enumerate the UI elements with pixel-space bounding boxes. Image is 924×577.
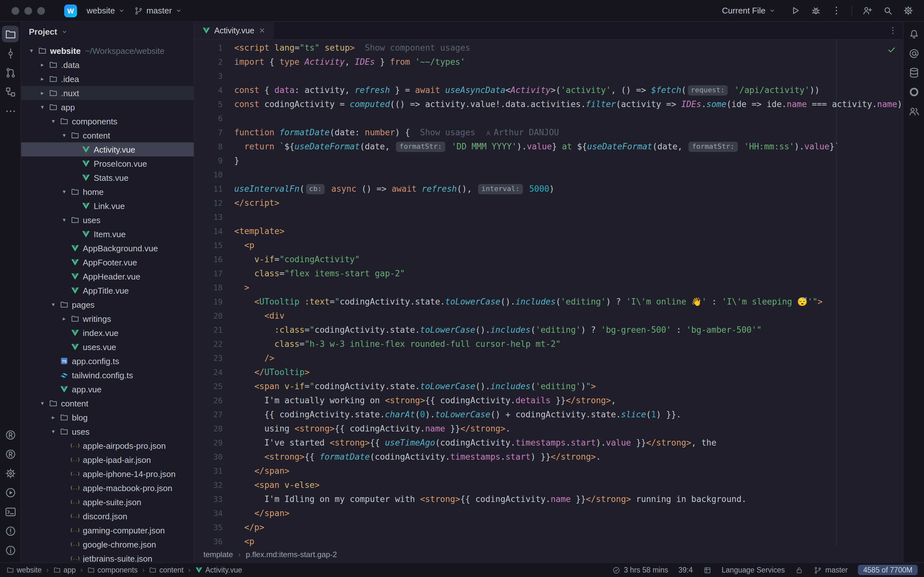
tree-item-writings[interactable]: ▸writings	[21, 311, 194, 326]
code-line-22[interactable]: 22 class="h-3 w-3 inline-flex rounded-fu…	[194, 337, 903, 351]
close-window-button[interactable]	[11, 7, 19, 15]
r-tool-1-icon[interactable]	[2, 426, 19, 443]
tab-options-icon[interactable]	[888, 26, 898, 35]
tree-item-Item.vue[interactable]: Item.vue	[21, 227, 194, 241]
line-number[interactable]: 1	[194, 41, 223, 55]
notifications-icon[interactable]	[905, 26, 922, 42]
chevron-expanded-icon[interactable]: ▾	[48, 301, 58, 308]
lock-icon[interactable]	[795, 566, 803, 574]
code-line-23[interactable]: 23 />	[194, 351, 903, 366]
pull-requests-icon[interactable]	[2, 64, 19, 81]
code-line-32[interactable]: 32 <span v-else>	[194, 478, 903, 492]
line-number[interactable]: 36	[194, 535, 223, 547]
tree-item-Activity.vue[interactable]: Activity.vue	[21, 142, 194, 156]
tree-item-Stats.vue[interactable]: Stats.vue	[21, 171, 194, 185]
code-line-10[interactable]: 10	[194, 168, 903, 182]
chevron-expanded-icon[interactable]: ▾	[37, 400, 47, 406]
tree-item-ProseIcon.vue[interactable]: ProseIcon.vue	[21, 156, 194, 171]
line-number[interactable]: 27	[194, 408, 223, 422]
todo-icon[interactable]	[2, 542, 19, 558]
minimize-window-button[interactable]	[24, 7, 32, 15]
vcs-widget[interactable]: master	[129, 4, 186, 17]
tree-item-content[interactable]: ▾content	[21, 396, 194, 410]
code-line-35[interactable]: 35 </p>	[194, 521, 903, 535]
structure-icon[interactable]	[2, 83, 19, 100]
code-line-26[interactable]: 26 I'm actually working on <strong>{{ co…	[194, 394, 903, 408]
line-number[interactable]: 35	[194, 521, 223, 535]
code-line-11[interactable]: 11useIntervalFn(cb: async () => await re…	[194, 182, 903, 196]
chevron-collapsed-icon[interactable]: ▸	[37, 90, 47, 96]
author-annotation[interactable]: Arthur DANJOU	[485, 127, 559, 137]
more-actions-button[interactable]	[831, 5, 842, 16]
code-with-me-button[interactable]	[862, 5, 873, 16]
database-icon[interactable]	[905, 64, 922, 81]
status-path-Activity.vue[interactable]: Activity.vue	[195, 566, 242, 574]
terminal-icon[interactable]	[2, 503, 19, 520]
line-number[interactable]: 10	[194, 168, 223, 182]
code-line-19[interactable]: 19 <UTooltip :text="codingActivity.state…	[194, 295, 903, 309]
code-line-13[interactable]: 13	[194, 210, 903, 224]
line-number[interactable]: 12	[194, 196, 223, 210]
tree-item-gaming-computer.json[interactable]: gaming-computer.json	[21, 523, 194, 537]
tree-item-AppTitle.vue[interactable]: AppTitle.vue	[21, 284, 194, 298]
chevron-expanded-icon[interactable]: ▾	[59, 217, 69, 223]
tree-item-google-chrome.json[interactable]: google-chrome.json	[21, 537, 194, 551]
line-number[interactable]: 6	[194, 111, 223, 126]
breadcrumb-item[interactable]: template	[204, 550, 233, 559]
line-number[interactable]: 16	[194, 253, 223, 267]
line-number[interactable]: 5	[194, 97, 223, 111]
line-number[interactable]: 3	[194, 69, 223, 83]
code-line-30[interactable]: 30 <strong>{{ formatDate(codingActivity.…	[194, 450, 903, 464]
language-services-widget[interactable]: Language Services	[722, 566, 785, 574]
code-line-21[interactable]: 21 :class="codingActivity.state.toLowerC…	[194, 323, 903, 337]
chevron-expanded-icon[interactable]: ▾	[37, 104, 47, 110]
line-number[interactable]: 34	[194, 506, 223, 521]
tree-item-blog[interactable]: ▸blog	[21, 410, 194, 424]
code-line-1[interactable]: 1<script lang="ts" setup> Show component…	[194, 41, 903, 55]
tree-item-apple-airpods-pro.json[interactable]: apple-airpods-pro.json	[21, 438, 194, 453]
tree-item-AppFooter.vue[interactable]: AppFooter.vue	[21, 255, 194, 269]
breadcrumb-item[interactable]: p.flex.md:items-start.gap-2	[246, 550, 337, 559]
line-number[interactable]: 13	[194, 210, 223, 224]
tree-item-apple-suite.json[interactable]: apple-suite.json	[21, 495, 194, 509]
line-number[interactable]: 29	[194, 436, 223, 450]
chevron-expanded-icon[interactable]: ▾	[59, 132, 69, 139]
tree-item-uses.vue[interactable]: uses.vue	[21, 340, 194, 354]
chevron-collapsed-icon[interactable]: ▸	[37, 61, 47, 68]
close-tab-icon[interactable]	[258, 26, 267, 35]
line-number[interactable]: 11	[194, 182, 223, 196]
project-widget[interactable]: website	[82, 4, 129, 17]
line-number[interactable]: 25	[194, 380, 223, 394]
code-line-27[interactable]: 27 {{ codingActivity.state.charAt(0).toL…	[194, 408, 903, 422]
collaboration-icon[interactable]	[905, 103, 922, 119]
editor-config-icon[interactable]	[703, 566, 711, 574]
settings-sync-icon[interactable]	[2, 465, 19, 482]
tree-item-apple-iphone-14-pro.json[interactable]: apple-iphone-14-pro.json	[21, 467, 194, 481]
line-number[interactable]: 30	[194, 450, 223, 464]
chevron-collapsed-icon[interactable]: ▸	[37, 76, 47, 82]
chevron-expanded-icon[interactable]: ▾	[59, 189, 69, 195]
code-line-14[interactable]: 14<template>	[194, 224, 903, 239]
tree-item-Link.vue[interactable]: Link.vue	[21, 199, 194, 213]
more-tools-icon[interactable]	[2, 103, 19, 119]
tree-item-AppBackground.vue[interactable]: AppBackground.vue	[21, 241, 194, 255]
tree-item-.nuxt[interactable]: ▸.nuxt	[21, 86, 194, 100]
code-editor[interactable]: 1<script lang="ts" setup> Show component…	[194, 40, 903, 547]
chevron-expanded-icon[interactable]: ▾	[48, 118, 58, 124]
code-line-7[interactable]: 7function formatDate(date: number) { Sho…	[194, 126, 903, 140]
line-number[interactable]: 21	[194, 323, 223, 337]
code-line-8[interactable]: 8 return `${useDateFormat(date, formatSt…	[194, 140, 903, 154]
chevron-expanded-icon[interactable]: ▾	[26, 47, 37, 54]
status-path-app[interactable]: app	[53, 566, 76, 574]
tree-item-app[interactable]: ▾app	[21, 100, 194, 114]
tree-item-components[interactable]: ▾components	[21, 114, 194, 128]
line-number[interactable]: 26	[194, 394, 223, 408]
tree-item-index.vue[interactable]: index.vue	[21, 326, 194, 340]
caret-position-widget[interactable]: 39:4	[678, 566, 693, 574]
line-number[interactable]: 15	[194, 239, 223, 253]
tree-item-jetbrains-suite.json[interactable]: jetbrains-suite.json	[21, 551, 194, 562]
tree-item-app.config.ts[interactable]: app.config.ts	[21, 354, 194, 368]
settings-button[interactable]	[903, 5, 914, 16]
commit-icon[interactable]	[2, 45, 19, 61]
wakatime-widget[interactable]: 3 hrs 58 mins	[612, 566, 668, 574]
